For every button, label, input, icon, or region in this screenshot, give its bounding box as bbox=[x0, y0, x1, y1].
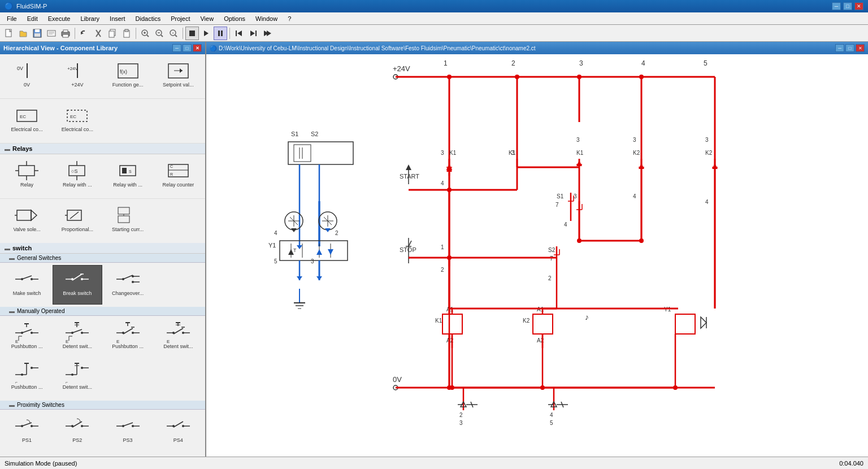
comp-detent-switch-2-label: Detent swit... bbox=[163, 344, 193, 350]
end-button[interactable] bbox=[261, 27, 274, 40]
zoom-in-button[interactable] bbox=[138, 27, 152, 40]
menu-execute[interactable]: Execute bbox=[44, 13, 75, 24]
svg-marker-68 bbox=[31, 210, 37, 220]
close-btn[interactable]: ✕ bbox=[854, 2, 863, 10]
manually-operated-collapse-icon[interactable]: ▬ bbox=[9, 308, 15, 314]
svg-text:4: 4 bbox=[441, 180, 444, 186]
svg-rect-73 bbox=[118, 207, 129, 214]
svg-rect-5 bbox=[49, 32, 54, 32]
lib-maximize[interactable]: □ bbox=[183, 44, 192, 52]
menu-view[interactable]: View bbox=[196, 13, 218, 24]
pause-button[interactable] bbox=[214, 27, 227, 40]
svg-rect-30 bbox=[218, 31, 220, 36]
open-button[interactable] bbox=[16, 27, 30, 40]
new-button[interactable] bbox=[2, 27, 16, 40]
menu-didactics[interactable]: Didactics bbox=[131, 13, 166, 24]
comp-ps1[interactable]: PS1 bbox=[2, 412, 51, 451]
comp-setpoint-label: Setpoint val... bbox=[163, 82, 194, 88]
library-title: Hierarchical View - Component Library bbox=[3, 45, 118, 51]
lib-minimize[interactable]: ─ bbox=[172, 44, 181, 52]
menu-insert[interactable]: Insert bbox=[105, 13, 130, 24]
relays-collapse-icon[interactable]: ▬ bbox=[5, 146, 10, 152]
comp-pushbutton-1-icon: E bbox=[13, 321, 41, 344]
comp-elec1-icon: EC bbox=[13, 104, 41, 127]
comp-proportional[interactable]: Proportional... bbox=[53, 201, 102, 241]
comp-func-gen[interactable]: f(x) Function ge... bbox=[103, 57, 153, 96]
comp-relay-with-2[interactable]: S Relay with ... bbox=[103, 157, 153, 196]
maximize-btn[interactable]: □ bbox=[843, 2, 852, 10]
diagram-canvas[interactable]: +24V 1 2 3 4 5 0V bbox=[206, 54, 868, 457]
simulation-time: 0:04.040 bbox=[839, 460, 863, 467]
comp-detent-switch-1[interactable]: E Detent swit... bbox=[53, 318, 102, 358]
menu-edit[interactable]: Edit bbox=[23, 13, 42, 24]
lib-close[interactable]: ✕ bbox=[193, 44, 202, 52]
comp-starting-curr[interactable]: Starting curr... bbox=[103, 201, 153, 241]
comp-relay-with-2-label: Relay with ... bbox=[113, 182, 142, 188]
svg-text:3: 3 bbox=[705, 137, 709, 143]
zoom-out-button[interactable] bbox=[153, 27, 166, 40]
comp-valve-sole[interactable]: Valve sole... bbox=[2, 201, 51, 241]
stop-button[interactable] bbox=[185, 27, 199, 40]
comp-detent-switch-3[interactable]: ⌐ Detent swit... bbox=[53, 359, 102, 398]
svg-text:⌐: ⌐ bbox=[66, 380, 68, 384]
comp-ps4[interactable]: PS4 bbox=[154, 412, 203, 451]
print-button[interactable] bbox=[59, 27, 72, 40]
comp-changeover[interactable]: Changeover... bbox=[103, 265, 153, 305]
svg-text:2: 2 bbox=[459, 412, 463, 418]
comp-pushbutton-2-label: Pushbutton ... bbox=[112, 344, 144, 350]
diagram-minimize[interactable]: ─ bbox=[835, 44, 844, 52]
menu-options[interactable]: Options bbox=[219, 13, 250, 24]
comp-24v[interactable]: +24V +24V bbox=[53, 57, 102, 96]
menu-library[interactable]: Library bbox=[76, 13, 104, 24]
comp-relay[interactable]: Relay bbox=[2, 157, 51, 196]
comp-ps2[interactable]: PS2 bbox=[53, 412, 102, 451]
comp-detent-switch-2[interactable]: E Detent swit... bbox=[154, 318, 203, 358]
cut-button[interactable] bbox=[92, 27, 105, 40]
comp-pushbutton-1[interactable]: E Pushbutton ... bbox=[2, 318, 51, 358]
menu-help[interactable]: ? bbox=[283, 13, 296, 24]
svg-point-161 bbox=[81, 425, 83, 427]
comp-make-switch[interactable]: Make switch bbox=[2, 265, 51, 305]
menu-window[interactable]: Window bbox=[251, 13, 282, 24]
svg-rect-269 bbox=[533, 314, 553, 334]
menu-project[interactable]: Project bbox=[166, 13, 194, 24]
step-fwd-button[interactable] bbox=[246, 27, 260, 40]
gen-switches-collapse-icon[interactable]: ▬ bbox=[9, 255, 15, 261]
svg-rect-7 bbox=[49, 34, 53, 34]
svg-text:3: 3 bbox=[579, 59, 583, 67]
step-back-button[interactable] bbox=[232, 27, 246, 40]
comp-relay-with-1[interactable]: ○S Relay with ... bbox=[53, 157, 102, 196]
comp-break-switch[interactable]: Break switch bbox=[53, 265, 102, 305]
comp-0v[interactable]: 0V 0V bbox=[2, 57, 51, 96]
svg-text:5: 5 bbox=[274, 258, 277, 264]
minimize-btn[interactable]: ─ bbox=[832, 2, 841, 10]
manually-operated-label: Manually Operated bbox=[17, 308, 65, 314]
comp-pushbutton-2[interactable]: E Pushbutton ... bbox=[103, 318, 153, 358]
proximity-collapse-icon[interactable]: ▬ bbox=[9, 402, 15, 408]
svg-text:S1: S1 bbox=[557, 193, 564, 199]
copy-button[interactable] bbox=[106, 27, 119, 40]
svg-rect-279 bbox=[675, 314, 695, 334]
play-button[interactable] bbox=[199, 27, 213, 40]
svg-text:T: T bbox=[293, 247, 297, 253]
switch-collapse-icon[interactable]: ▬ bbox=[5, 245, 10, 251]
svg-text:K2: K2 bbox=[523, 318, 530, 324]
diagram-close[interactable]: ✕ bbox=[856, 44, 865, 52]
menu-file[interactable]: File bbox=[2, 13, 21, 24]
print-preview-button[interactable] bbox=[45, 27, 58, 40]
zoom-fit-button[interactable]: + bbox=[167, 27, 180, 40]
diagram-maximize[interactable]: □ bbox=[845, 44, 854, 52]
comp-setpoint[interactable]: Setpoint val... bbox=[154, 57, 203, 96]
comp-elec2[interactable]: EC Electrical co... bbox=[53, 101, 102, 141]
comp-elec1[interactable]: EC Electrical co... bbox=[2, 101, 51, 141]
comp-ps1-label: PS1 bbox=[22, 437, 32, 444]
comp-pushbutton-3[interactable]: ⌐ Pushbutton ... bbox=[2, 359, 51, 398]
comp-elec2-icon: EC bbox=[63, 104, 92, 127]
comp-ps3[interactable]: PS3 bbox=[103, 412, 153, 451]
save-button[interactable] bbox=[31, 27, 44, 40]
svg-rect-9 bbox=[63, 30, 68, 32]
undo-button[interactable] bbox=[77, 27, 91, 40]
paste-button[interactable] bbox=[120, 27, 133, 40]
comp-relay-counter[interactable]: C R Relay counter bbox=[154, 157, 203, 196]
app-title: FluidSIM-P bbox=[16, 3, 47, 10]
